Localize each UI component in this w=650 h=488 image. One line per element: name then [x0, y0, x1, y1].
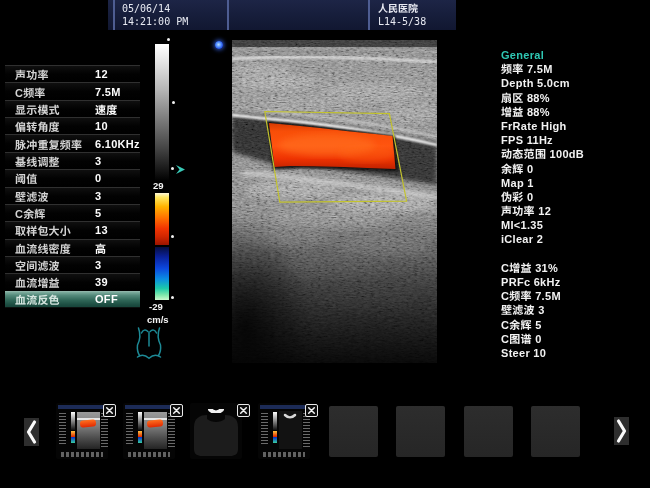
- thumbnail-close-button[interactable]: [170, 404, 183, 417]
- mini-thumbnail-strip: [128, 452, 170, 457]
- mini-text-column: [303, 413, 310, 449]
- parameter-value: 12: [95, 68, 108, 80]
- b-mode-parameter: 频率 7.5M: [501, 62, 649, 76]
- preset-title: General: [501, 48, 649, 62]
- parameter-label: 声功率: [15, 66, 49, 82]
- parameter-row[interactable]: 血流增益 39: [5, 273, 140, 290]
- time-text: 14:21:00 PM: [122, 16, 188, 27]
- thumbnail-doppler-exam[interactable]: [56, 403, 108, 459]
- parameter-value: 0: [95, 172, 101, 184]
- corner-shadow: [232, 220, 322, 363]
- mini-text-column: [101, 413, 108, 449]
- ultrasound-b-mode-image[interactable]: [232, 40, 437, 363]
- b-mode-parameter: 增益 88%: [501, 105, 649, 119]
- parameter-value: 3: [95, 259, 101, 271]
- c-mode-parameter: 壁滤波 3: [501, 303, 649, 317]
- thumbnail-doppler-exam[interactable]: [123, 403, 175, 459]
- thumbnail-close-button[interactable]: [305, 404, 318, 417]
- mini-color-bar: [273, 431, 277, 443]
- b-mode-parameter: 声功率 12: [501, 204, 649, 218]
- parameter-label: 显示模式: [15, 101, 60, 117]
- parameter-label: 基线调整: [15, 153, 60, 169]
- datetime-display: 05/06/14 14:21:00 PM: [122, 2, 188, 28]
- chevron-left-icon: [24, 418, 39, 446]
- gray-bar-top-marker: [167, 38, 170, 41]
- c-mode-parameter: C余辉 5: [501, 318, 649, 332]
- mini-us-image: [77, 412, 100, 449]
- ultrasound-screen: { "top_bar": { "date": "05/06/14", "time…: [0, 0, 650, 488]
- parameter-row[interactable]: 基线调整 3: [5, 152, 140, 169]
- thumbnail-close-button[interactable]: [103, 404, 116, 417]
- mini-thumbnail-strip: [61, 452, 103, 457]
- parameter-label: 壁滤波: [15, 188, 49, 204]
- thumbnail-prev-button[interactable]: [24, 418, 39, 446]
- parameter-row[interactable]: 壁滤波 3: [5, 187, 140, 204]
- parameter-row[interactable]: 显示模式 速度: [5, 100, 140, 117]
- mini-probe-image: [190, 403, 242, 459]
- c-mode-parameter: C增益 31%: [501, 261, 649, 275]
- c-mode-parameter: C图谱 0: [501, 332, 649, 346]
- parameter-label: 血流反色: [15, 291, 60, 307]
- b-mode-parameter: MI<1.35: [501, 218, 649, 232]
- imaging-parameters-panel: General 频率 7.5M Depth 5.0cm 扇区 88% 增益 88…: [501, 48, 649, 360]
- gray-bar-marker-dot: [172, 101, 175, 104]
- control-parameters-panel: 声功率 12 C频率 7.5M 显示模式 速度 偏转角度 10 脉冲重复频率 6…: [5, 65, 140, 308]
- parameter-row[interactable]: 脉冲重复频率 6.10KHz: [5, 134, 140, 151]
- parameter-value: 6.10KHz: [95, 138, 140, 150]
- colorbar-marker-dot: [171, 235, 174, 238]
- thumbnail-next-button[interactable]: [614, 417, 629, 445]
- b-mode-parameter: iClear 2: [501, 232, 649, 246]
- thumbnail-dark-exam[interactable]: [258, 403, 310, 459]
- top-bar-divider: [368, 0, 370, 30]
- parameter-row[interactable]: 阈值 0: [5, 169, 140, 186]
- b-mode-parameter: 扇区 88%: [501, 91, 649, 105]
- mini-us-image: [279, 411, 302, 449]
- velocity-unit-label: cm/s: [147, 314, 169, 325]
- body-marker-neck-icon[interactable]: [134, 326, 164, 362]
- grayscale-map-bar: [155, 44, 169, 181]
- c-mode-parameter: PRFc 6kHz: [501, 275, 649, 289]
- doppler-colorbar-negative: [155, 247, 169, 300]
- chevron-right-icon: [614, 417, 629, 445]
- mini-top-bar: [58, 405, 106, 409]
- velocity-max-label: 29: [153, 180, 164, 191]
- date-text: 05/06/14: [122, 3, 170, 14]
- parameter-row-invert-flow[interactable]: 血流反色 OFF: [5, 291, 140, 308]
- mini-thumbnail-strip: [263, 452, 305, 457]
- parameter-value: 速度: [95, 101, 118, 117]
- parameter-label: 阈值: [15, 170, 37, 186]
- mini-us-image: [144, 412, 167, 449]
- parameter-row[interactable]: 偏转角度 10: [5, 117, 140, 134]
- b-mode-parameter: FrRate High: [501, 119, 649, 133]
- parameter-row[interactable]: C余辉 5: [5, 204, 140, 221]
- mini-gray-bar: [138, 412, 142, 430]
- parameter-label: 脉冲重复频率: [15, 136, 82, 152]
- thumbnail-close-button[interactable]: [237, 404, 250, 417]
- mini-top-bar: [260, 405, 308, 409]
- close-icon: [171, 405, 182, 416]
- mini-top-bar: [125, 405, 173, 409]
- parameter-label: 偏转角度: [15, 118, 60, 134]
- close-icon: [306, 405, 317, 416]
- power-led-indicator: [215, 41, 223, 49]
- b-mode-parameter: FPS 11Hz: [501, 133, 649, 147]
- parameter-row[interactable]: 血流线密度 高: [5, 239, 140, 256]
- parameter-label: C频率: [15, 84, 46, 100]
- thumbnail-probe-exam[interactable]: [190, 403, 242, 459]
- c-mode-parameter: Steer 10: [501, 346, 649, 360]
- parameter-label: 空间滤波: [15, 257, 60, 273]
- hospital-name: 人民医院: [378, 3, 418, 14]
- parameter-row[interactable]: C频率 7.5M: [5, 82, 140, 99]
- hospital-probe-display: 人民医院 L14-5/38: [378, 2, 426, 28]
- parameter-row[interactable]: 声功率 12: [5, 65, 140, 82]
- b-mode-parameter: 动态范围 100dB: [501, 147, 649, 161]
- b-mode-parameter: 伪彩 0: [501, 190, 649, 204]
- parameter-row[interactable]: 取样包大小 13: [5, 221, 140, 238]
- gain-marker-dot: [171, 167, 174, 170]
- mini-text-column: [59, 413, 66, 445]
- parameter-value: 5: [95, 207, 101, 219]
- thumbnail-slot-empty: [396, 406, 445, 457]
- colorbar-marker-dot: [171, 296, 174, 299]
- parameter-row[interactable]: 空间滤波 3: [5, 256, 140, 273]
- mini-gray-bar: [71, 412, 75, 430]
